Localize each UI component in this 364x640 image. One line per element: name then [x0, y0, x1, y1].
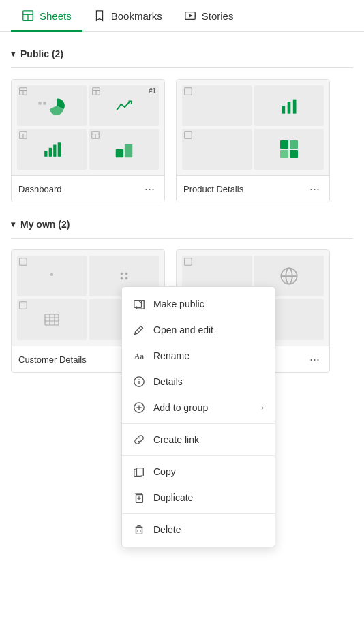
thumb-cell-3: [17, 129, 87, 170]
location-more-button[interactable]: ···: [307, 352, 322, 367]
product-thumb-2: [254, 85, 324, 126]
thumb-cell-2: #1: [89, 85, 159, 126]
link-icon: [133, 433, 145, 446]
svg-marker-4: [189, 14, 192, 17]
svg-rect-27: [282, 106, 286, 114]
svg-point-36: [50, 273, 53, 276]
dashboard-footer: Dashboard ···: [12, 175, 164, 202]
cust-thumb-3: [17, 299, 87, 340]
context-menu: Make public Open and edit Aa Rename Deta…: [121, 286, 275, 547]
svg-point-41: [125, 277, 128, 280]
svg-text:Aa: Aa: [134, 352, 144, 361]
svg-point-59: [138, 379, 139, 380]
product-more-button[interactable]: ···: [307, 181, 322, 196]
svg-rect-34: [290, 150, 298, 158]
svg-rect-31: [280, 140, 288, 149]
svg-rect-17: [44, 151, 47, 157]
svg-rect-5: [38, 102, 41, 104]
delete-icon: [133, 523, 145, 536]
svg-rect-42: [20, 302, 27, 309]
svg-rect-19: [53, 145, 56, 157]
product-thumb-4: [254, 129, 324, 170]
svg-rect-33: [280, 150, 288, 158]
tab-bar: Sheets Bookmarks Stories: [0, 0, 364, 32]
svg-rect-29: [293, 100, 297, 114]
copy-icon: [133, 466, 145, 478]
svg-rect-6: [43, 102, 46, 104]
svg-rect-32: [290, 140, 298, 149]
dashboard-more-button[interactable]: ···: [142, 181, 157, 196]
menu-item-create-link[interactable]: Create link: [122, 427, 275, 453]
svg-point-40: [121, 277, 123, 280]
bookmarks-icon: [93, 10, 106, 22]
product-details-footer: Product Details ···: [177, 175, 329, 202]
menu-item-details[interactable]: Details: [122, 369, 275, 395]
info-icon: [133, 376, 145, 388]
public-sheet-grid: #1: [11, 79, 353, 202]
menu-item-make-public[interactable]: Make public: [122, 291, 275, 317]
svg-line-55: [141, 326, 143, 329]
menu-item-duplicate[interactable]: Duplicate: [122, 485, 275, 511]
tab-sheets[interactable]: Sheets: [11, 0, 82, 32]
menu-item-copy[interactable]: Copy: [122, 459, 275, 485]
menu-item-add-to-group[interactable]: Add to group ›: [122, 395, 275, 421]
svg-rect-63: [136, 468, 143, 476]
edit-icon: [133, 324, 145, 336]
svg-point-38: [121, 273, 123, 275]
duplicate-icon: [133, 491, 145, 504]
svg-rect-53: [134, 301, 142, 308]
chevron-public-icon: ▾: [11, 49, 15, 59]
menu-item-rename[interactable]: Aa Rename: [122, 343, 275, 369]
tab-stories[interactable]: Stories: [173, 0, 245, 32]
sheet-card-product-details[interactable]: Product Details ···: [176, 79, 330, 202]
section-public-header: ▾ Public (2): [11, 48, 353, 59]
svg-rect-67: [136, 527, 142, 534]
menu-divider-3: [122, 513, 275, 514]
svg-rect-48: [185, 258, 192, 266]
svg-rect-25: [125, 144, 132, 157]
product-thumb-1: [182, 85, 252, 126]
tab-bookmarks[interactable]: Bookmarks: [82, 0, 173, 32]
svg-rect-28: [288, 102, 291, 114]
product-thumb-3: [182, 129, 252, 170]
chevron-myown-icon: ▾: [11, 219, 15, 229]
section-myown-header: ▾ My own (2): [11, 219, 353, 230]
svg-rect-20: [58, 142, 61, 157]
svg-rect-24: [116, 149, 123, 157]
svg-rect-35: [20, 258, 27, 266]
stories-icon: [184, 10, 196, 22]
svg-rect-26: [185, 88, 192, 95]
svg-rect-43: [45, 314, 59, 325]
make-public-icon: [133, 298, 145, 310]
dashboard-thumbnail: #1: [12, 80, 164, 175]
svg-rect-30: [185, 132, 192, 139]
rename-icon: Aa: [133, 350, 145, 362]
thumb-cell-1: [17, 85, 87, 126]
menu-item-open-edit[interactable]: Open and edit: [122, 317, 275, 343]
menu-item-delete[interactable]: Delete: [122, 517, 275, 543]
svg-rect-18: [49, 148, 52, 157]
menu-divider-2: [122, 455, 275, 456]
cust-thumb-1: [17, 256, 87, 296]
sheet-card-dashboard[interactable]: #1: [11, 79, 165, 202]
product-thumbnail: [177, 80, 329, 175]
sheets-icon: [22, 10, 34, 22]
thumb-cell-4: [89, 129, 159, 170]
menu-divider-1: [122, 423, 275, 424]
svg-point-39: [125, 273, 128, 275]
divider-public: [11, 67, 353, 68]
add-group-icon: [133, 401, 145, 414]
arrow-icon: ›: [261, 403, 264, 412]
divider-myown: [11, 238, 353, 239]
